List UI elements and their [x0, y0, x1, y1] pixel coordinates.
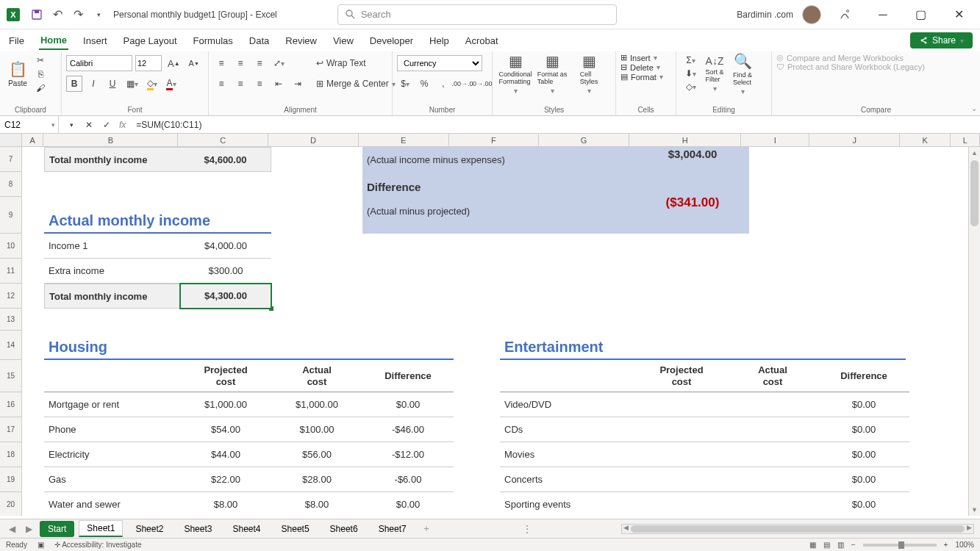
row-13[interactable]: 13 [0, 309, 22, 331]
col-k[interactable]: K [900, 134, 951, 146]
row-8[interactable]: 8 [0, 172, 22, 197]
cut-icon[interactable]: ✂ [32, 54, 49, 67]
table-header[interactable] [500, 360, 636, 392]
cell-E9[interactable]: (Actual minus projected) [362, 192, 545, 229]
cell-E20[interactable]: $0.00 [362, 492, 454, 516]
name-box[interactable]: C12 [0, 116, 59, 133]
vertical-scrollbar[interactable]: ▲ ▼ [968, 147, 980, 516]
minimize-icon[interactable]: ─ [868, 4, 898, 26]
cell-ent-16[interactable]: Video/DVD [500, 392, 636, 417]
cell-B20[interactable]: Water and sewer [44, 492, 180, 516]
table-header[interactable]: Projectedcost [636, 360, 727, 392]
border-button[interactable]: ▦▾ [124, 76, 141, 92]
tab-formulas[interactable]: Formulas [192, 32, 235, 49]
search-input[interactable]: Search [337, 4, 617, 25]
row-16[interactable]: 16 [0, 392, 22, 417]
view-normal-icon[interactable]: ▦ [809, 541, 816, 549]
col-e[interactable]: E [359, 134, 449, 146]
sheet-2[interactable]: Sheet2 [127, 521, 171, 537]
percent-icon[interactable]: % [416, 76, 432, 92]
cell-C19[interactable]: $22.00 [180, 467, 271, 492]
share-button[interactable]: Share ▾ [910, 32, 973, 48]
sheet-5[interactable]: Sheet5 [273, 521, 318, 537]
row-19[interactable]: 19 [0, 467, 22, 492]
zoom-slider[interactable] [863, 544, 937, 547]
align-top-icon[interactable]: ≡ [213, 55, 229, 71]
align-bot-icon[interactable]: ≡ [251, 55, 268, 71]
cell-E19[interactable]: -$6.00 [362, 467, 454, 492]
cell-B11[interactable]: Extra income [44, 259, 180, 284]
col-f[interactable]: F [449, 134, 540, 146]
align-right-icon[interactable]: ≡ [251, 76, 268, 92]
cell-D17[interactable]: $100.00 [271, 417, 362, 442]
tab-insert[interactable]: Insert [82, 32, 109, 49]
comma-icon[interactable]: , [435, 76, 451, 92]
cell-D16[interactable]: $1,000.00 [271, 392, 362, 417]
inc-dec-icon[interactable]: .00→.0 [454, 76, 471, 92]
number-format-select[interactable]: Currency [397, 55, 482, 71]
inc-indent-icon[interactable]: ⇥ [290, 76, 306, 92]
col-l[interactable]: L [951, 134, 980, 146]
user-name[interactable]: Bardimin .com [737, 10, 793, 20]
accessibility-status[interactable]: ✛ Accessibility: Investigate [54, 541, 142, 549]
cell-B17[interactable]: Phone [44, 417, 180, 442]
col-b[interactable]: B [43, 134, 178, 146]
cell-ent-17[interactable]: CDs [500, 417, 636, 442]
cell-B18[interactable]: Electricity [44, 442, 180, 467]
insert-button[interactable]: ⊞Insert▾ [620, 53, 671, 62]
copy-icon[interactable]: ⎘ [32, 68, 49, 81]
cell-B14[interactable]: Housing [44, 331, 454, 360]
increase-font-icon[interactable]: A▲ [165, 55, 183, 71]
tab-file[interactable]: File [7, 32, 26, 49]
view-layout-icon[interactable]: ▤ [823, 541, 830, 549]
wrap-text-button[interactable]: ↩Wrap Text [313, 55, 387, 71]
font-name-input[interactable] [66, 55, 132, 71]
font-size-input[interactable] [135, 55, 162, 71]
format-painter-icon[interactable]: 🖌 [32, 82, 49, 94]
tab-help[interactable]: Help [428, 32, 451, 49]
decrease-font-icon[interactable]: A▼ [186, 55, 202, 71]
table-header[interactable]: Projectedcost [180, 360, 271, 392]
cell-D19[interactable]: $28.00 [271, 467, 362, 492]
spreadsheet-grid[interactable]: 7891011121314151617181920Total monthly i… [0, 147, 968, 516]
cell-C10[interactable]: $4,000.00 [180, 234, 271, 259]
dropdown-icon[interactable]: ▾ [63, 117, 79, 133]
select-all-corner[interactable] [0, 134, 22, 146]
cell-B7[interactable]: Total monthly income [44, 147, 180, 172]
row-18[interactable]: 18 [0, 442, 22, 467]
maximize-icon[interactable]: ▢ [906, 4, 936, 26]
tab-pagelayout[interactable]: Page Layout [122, 32, 179, 49]
cell-B19[interactable]: Gas [44, 467, 180, 492]
orientation-icon[interactable]: ⤢▾ [271, 55, 287, 71]
sheet-start[interactable]: Start [40, 521, 74, 537]
tab-review[interactable]: Review [284, 32, 318, 49]
cell-E7[interactable]: (Actual income minus expenses) [362, 147, 545, 172]
row-14[interactable]: 14 [0, 331, 22, 360]
fill-color-button[interactable]: ◇▾ [144, 76, 160, 92]
cell-D18[interactable]: $56.00 [271, 442, 362, 467]
font-color-button[interactable]: A▾ [163, 76, 179, 92]
collapse-ribbon-icon[interactable]: ⌄ [971, 104, 977, 112]
cell-C18[interactable]: $44.00 [180, 442, 271, 467]
fill-icon[interactable]: ⬇▾ [682, 68, 699, 79]
fx-icon[interactable]: fx [119, 120, 126, 130]
autosum-icon[interactable]: Σ▾ [682, 54, 699, 66]
cell-C16[interactable]: $1,000.00 [180, 392, 271, 417]
col-d[interactable]: D [268, 134, 359, 146]
tab-view[interactable]: View [332, 32, 355, 49]
qat-dropdown-icon[interactable]: ▾ [90, 7, 107, 23]
cell-E18[interactable]: -$12.00 [362, 442, 454, 467]
row-11[interactable]: 11 [0, 259, 22, 284]
formula-input[interactable]: =SUM(C10:C11) [133, 120, 980, 130]
cell-D20[interactable]: $8.00 [271, 492, 362, 516]
italic-button[interactable]: I [85, 76, 101, 92]
underline-button[interactable]: U [104, 76, 121, 92]
cell-E17[interactable]: -$46.00 [362, 417, 454, 442]
cancel-formula-icon[interactable]: ✕ [81, 117, 97, 133]
coming-soon-icon[interactable] [830, 4, 859, 26]
macro-record-icon[interactable]: ▣ [37, 541, 44, 549]
cell-C11[interactable]: $300.00 [180, 259, 271, 284]
table-header[interactable]: Difference [818, 360, 909, 392]
row-15[interactable]: 15 [0, 360, 22, 392]
delete-button[interactable]: ⊟Delete▾ [620, 62, 671, 72]
